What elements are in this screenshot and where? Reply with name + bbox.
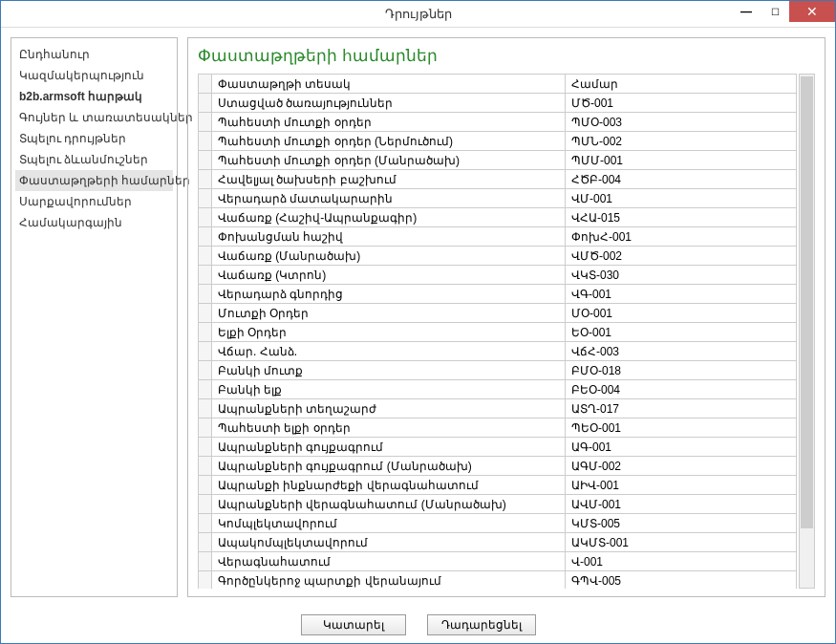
cell-number[interactable]: ՊՄՆ-002 — [566, 132, 797, 151]
table-row[interactable]: Պահեստի մուտքի օրդերՊՄՕ-003 — [199, 113, 797, 132]
cell-number[interactable]: ԱՎՄ-001 — [566, 495, 797, 514]
table-row[interactable]: Վաճառք (Մանրածախ)ՎՄԾ-002 — [199, 247, 797, 266]
cell-type[interactable]: Փոխանցման հաշիվ — [212, 227, 566, 247]
table-row[interactable]: Բանկի մուտքԲՄՕ-018 — [199, 361, 797, 380]
cell-type[interactable]: Ապրանքների վերագնահատում (Մանրածախ) — [212, 495, 566, 514]
row-handle[interactable] — [199, 113, 212, 132]
sidebar-item[interactable]: Կազմակերպություն — [15, 65, 173, 86]
table-row[interactable]: Վերադարձ գնորդիցՎԳ-001 — [199, 285, 797, 304]
table-row[interactable]: Հավելյալ ծախսերի բաշխումՀԾԲ-004 — [199, 170, 797, 189]
table-row[interactable]: Փոխանցման հաշիվՓոխՀ-001 — [199, 227, 797, 247]
row-handle[interactable] — [199, 514, 212, 533]
row-handle[interactable] — [199, 266, 212, 285]
row-handle[interactable] — [199, 342, 212, 361]
cell-type[interactable]: Պահեստի մուտքի օրդեր (Մանրածախ) — [212, 151, 566, 170]
vertical-scrollbar[interactable] — [799, 74, 815, 589]
row-handle[interactable] — [199, 170, 212, 189]
sidebar-item[interactable]: Համակարգային — [15, 212, 173, 233]
cell-type[interactable]: Վաճառք (Հաշիվ-Ապրանքագիր) — [212, 208, 566, 227]
table-row[interactable]: Վաճառք (Կտրոն)ՎԿՏ-030 — [199, 266, 797, 285]
cell-number[interactable]: ՎճՀ-003 — [566, 342, 797, 361]
row-handle[interactable] — [199, 419, 212, 438]
table-row[interactable]: Ստացված ծառայություններՄԾ-001 — [199, 94, 797, 113]
table-row[interactable]: Ելքի ՕրդերԵՕ-001 — [199, 323, 797, 342]
table-row[interactable]: Ապրանքների վերագնահատում (Մանրածախ)ԱՎՄ-0… — [199, 495, 797, 514]
table-row[interactable]: Ապրանքների գույքագրումԱԳ-001 — [199, 438, 797, 457]
cell-type[interactable]: Պահեստի մուտքի օրդեր — [212, 113, 566, 132]
row-handle[interactable] — [199, 438, 212, 457]
cell-type[interactable]: Բանկի մուտք — [212, 361, 566, 380]
cell-number[interactable]: ԱԿՄՏ-001 — [566, 533, 797, 552]
cell-number[interactable]: ԲԵՕ-004 — [566, 380, 797, 399]
cancel-button[interactable]: Դադարեցնել — [427, 614, 536, 635]
row-handle[interactable] — [199, 399, 212, 419]
cell-number[interactable]: Վ-001 — [566, 552, 797, 571]
cell-number[interactable]: ՄՕ-001 — [566, 304, 797, 323]
table-row[interactable]: ՎերագնահատումՎ-001 — [199, 552, 797, 571]
cell-number[interactable]: ՊՄՕ-003 — [566, 113, 797, 132]
table-row[interactable]: Պահեստի մուտքի օրդեր (Մանրածախ)ՊՄՄ-001 — [199, 151, 797, 170]
table-row[interactable]: Գործընկերոջ պարտքի վերանայումԳՊՎ-005 — [199, 571, 797, 590]
cell-type[interactable]: Ելքի Օրդեր — [212, 323, 566, 342]
cell-number[interactable]: ՎԿՏ-030 — [566, 266, 797, 285]
col-header-number[interactable]: Համար — [566, 75, 797, 94]
cell-type[interactable]: Ստացված ծառայություններ — [212, 94, 566, 113]
table-row[interactable]: Վճար. Հանձ.ՎճՀ-003 — [199, 342, 797, 361]
cell-type[interactable]: Կոմպլեկտավորում — [212, 514, 566, 533]
row-handle[interactable] — [199, 208, 212, 227]
col-header-type[interactable]: Փաստաթղթի տեսակ — [212, 75, 566, 94]
cell-type[interactable]: Պահեստի մուտքի օրդեր (Ներմուծում) — [212, 132, 566, 151]
row-handle[interactable] — [199, 151, 212, 170]
row-handle[interactable] — [199, 285, 212, 304]
row-handle[interactable] — [199, 476, 212, 495]
table-row[interactable]: Պահեստի ելքի օրդերՊԵՕ-001 — [199, 419, 797, 438]
cell-type[interactable]: Վերադարձ գնորդից — [212, 285, 566, 304]
cell-number[interactable]: ՓոխՀ-001 — [566, 227, 797, 247]
row-handle[interactable] — [199, 227, 212, 247]
row-handle[interactable] — [199, 94, 212, 113]
table-row[interactable]: Ապրանքների տեղաշարժԱՏՂ-017 — [199, 399, 797, 419]
row-handle[interactable] — [199, 132, 212, 151]
table-row[interactable]: Վաճառք (Հաշիվ-Ապրանքագիր)ՎՀԱ-015 — [199, 208, 797, 227]
maximize-button[interactable]: ☐ — [761, 1, 789, 22]
cell-type[interactable]: Ապրանքների գույքագրում (Մանրածախ) — [212, 457, 566, 476]
sidebar-item[interactable]: Գույներ և տառատեսակներ — [15, 107, 173, 128]
row-handle[interactable] — [199, 495, 212, 514]
row-handle[interactable] — [199, 323, 212, 342]
table-row[interactable]: Բանկի ելքԲԵՕ-004 — [199, 380, 797, 399]
cell-type[interactable]: Վաճառք (Մանրածախ) — [212, 247, 566, 266]
cell-number[interactable]: ՎՄ-001 — [566, 189, 797, 208]
table-row[interactable]: ԿոմպլեկտավորումԿՄՏ-005 — [199, 514, 797, 533]
cell-number[interactable]: ԱՏՂ-017 — [566, 399, 797, 419]
row-handle[interactable] — [199, 304, 212, 323]
cell-type[interactable]: Գործընկերոջ պարտքի վերանայում — [212, 571, 566, 590]
row-handle[interactable] — [199, 247, 212, 266]
row-handle[interactable] — [199, 552, 212, 571]
close-button[interactable]: ✕ — [789, 1, 835, 22]
cell-number[interactable]: ՎԳ-001 — [566, 285, 797, 304]
cell-type[interactable]: Հավելյալ ծախսերի բաշխում — [212, 170, 566, 189]
table-row[interactable]: Պահեստի մուտքի օրդեր (Ներմուծում)ՊՄՆ-002 — [199, 132, 797, 151]
cell-type[interactable]: Ապրանքների գույքագրում — [212, 438, 566, 457]
cell-number[interactable]: ԿՄՏ-005 — [566, 514, 797, 533]
row-handle[interactable] — [199, 457, 212, 476]
table-row[interactable]: Մուտքի ՕրդերՄՕ-001 — [199, 304, 797, 323]
cell-number[interactable]: ՎՄԾ-002 — [566, 247, 797, 266]
table-row[interactable]: ԱպակոմպլեկտավորումԱԿՄՏ-001 — [199, 533, 797, 552]
sidebar-item[interactable]: Ընդհանուր — [15, 44, 173, 65]
cell-type[interactable]: Վերագնահատում — [212, 552, 566, 571]
cell-type[interactable]: Պահեստի ելքի օրդեր — [212, 419, 566, 438]
sidebar-item[interactable]: Տպելու ձևանմուշներ — [15, 149, 173, 170]
cell-type[interactable]: Ապրանքների տեղաշարժ — [212, 399, 566, 419]
cell-number[interactable]: ԲՄՕ-018 — [566, 361, 797, 380]
row-handle[interactable] — [199, 533, 212, 552]
cell-number[interactable]: ԱԻՎ-001 — [566, 476, 797, 495]
cell-number[interactable]: ԱԳՄ-002 — [566, 457, 797, 476]
cell-type[interactable]: Մուտքի Օրդեր — [212, 304, 566, 323]
sidebar-item[interactable]: Սարքավորումներ — [15, 191, 173, 212]
cell-number[interactable]: ԳՊՎ-005 — [566, 571, 797, 590]
cell-type[interactable]: Վճար. Հանձ. — [212, 342, 566, 361]
sidebar-item[interactable]: Տպելու դրույթներ — [15, 128, 173, 149]
ok-button[interactable]: Կատարել — [301, 614, 406, 635]
cell-number[interactable]: ԵՕ-001 — [566, 323, 797, 342]
